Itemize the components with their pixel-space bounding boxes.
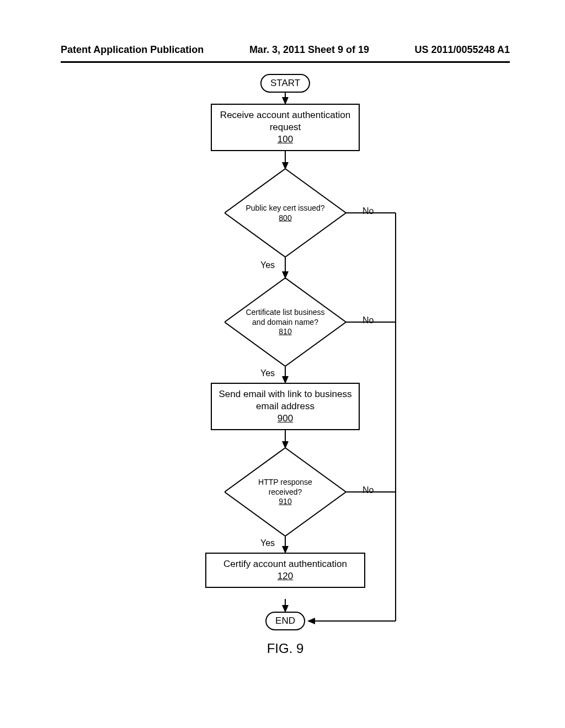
decision-800-yes-label: Yes bbox=[260, 260, 275, 270]
process-send-email-text: Send email with link to business email a… bbox=[219, 389, 352, 411]
decision-http-response: HTTP response received? 910 bbox=[225, 448, 346, 536]
decision-certificate-list: Certificate list business and domain nam… bbox=[225, 278, 346, 366]
decision-800-ref: 800 bbox=[279, 213, 291, 222]
page-container: Patent Application Publication Mar. 3, 2… bbox=[0, 0, 565, 728]
end-label: END bbox=[275, 615, 295, 627]
process-certify-auth-text: Certify account authentication bbox=[223, 559, 347, 569]
process-receive-request-text: Receive account authentication request bbox=[220, 110, 350, 132]
decision-910-question: HTTP response received? bbox=[258, 478, 312, 496]
decision-800-no-label: No bbox=[363, 206, 374, 216]
decision-910-yes-label: Yes bbox=[260, 538, 275, 548]
decision-810-question: Certificate list business and domain nam… bbox=[246, 308, 324, 326]
decision-810-no-label: No bbox=[363, 315, 374, 325]
flowchart-diagram: START Receive account authentication req… bbox=[142, 74, 429, 636]
decision-810-text: Certificate list business and domain nam… bbox=[244, 308, 327, 337]
decision-910-ref: 910 bbox=[279, 497, 291, 506]
start-terminator: START bbox=[260, 74, 310, 93]
header-left-text: Patent Application Publication bbox=[61, 44, 204, 56]
decision-public-key-cert: Public key cert issued? 800 bbox=[225, 169, 346, 257]
decision-800-text: Public key cert issued? 800 bbox=[244, 204, 327, 223]
process-certify-auth-ref: 120 bbox=[278, 571, 293, 581]
process-receive-request: Receive account authentication request 1… bbox=[211, 104, 360, 151]
start-label: START bbox=[270, 78, 300, 89]
process-receive-request-ref: 100 bbox=[278, 134, 293, 144]
decision-910-text: HTTP response received? 910 bbox=[244, 478, 327, 507]
page-header: Patent Application Publication Mar. 3, 2… bbox=[61, 44, 510, 56]
process-send-email-ref: 900 bbox=[278, 413, 293, 424]
header-right-text: US 2011/0055248 A1 bbox=[415, 44, 510, 56]
decision-800-question: Public key cert issued? bbox=[246, 204, 324, 212]
header-rule bbox=[61, 61, 510, 63]
header-center-text: Mar. 3, 2011 Sheet 9 of 19 bbox=[249, 44, 369, 56]
process-certify-auth: Certify account authentication 120 bbox=[205, 553, 365, 588]
decision-810-ref: 810 bbox=[279, 327, 291, 336]
decision-810-yes-label: Yes bbox=[260, 368, 275, 378]
process-send-email: Send email with link to business email a… bbox=[211, 383, 360, 430]
end-terminator: END bbox=[265, 612, 305, 630]
figure-caption: FIG. 9 bbox=[61, 641, 510, 656]
decision-910-no-label: No bbox=[363, 485, 374, 495]
